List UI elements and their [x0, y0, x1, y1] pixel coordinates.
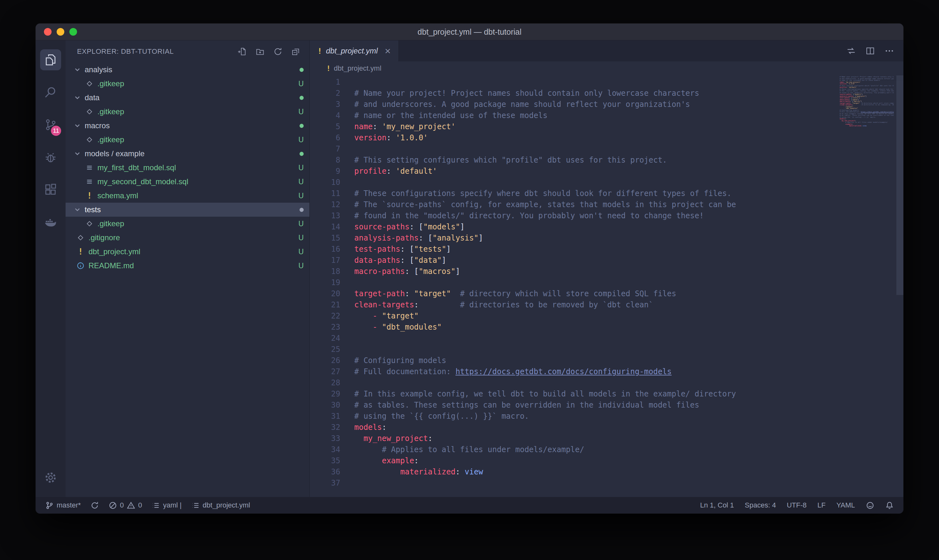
status-problems[interactable]: 00	[109, 501, 142, 510]
tree-file-gitignore[interactable]: .gitignoreU	[66, 231, 309, 245]
open-changes-button[interactable]	[846, 46, 856, 56]
vscode-window: dbt_project.yml — dbt-tutorial 11 EXPLOR…	[35, 23, 904, 514]
status-encoding[interactable]: UTF-8	[787, 501, 807, 509]
tree-item-decorations: U	[298, 80, 304, 88]
activity-extensions-button[interactable]	[35, 174, 66, 206]
line-number: 27	[310, 366, 340, 377]
tree-file-my-second-dbt-model-sql[interactable]: my_second_dbt_model.sqlU	[66, 175, 309, 189]
status-language-mode[interactable]: YAML	[836, 501, 855, 509]
tree-file-gitkeep[interactable]: .gitkeepU	[66, 105, 309, 119]
tree-file-gitkeep[interactable]: .gitkeepU	[66, 217, 309, 231]
tree-folder-macros[interactable]: macros	[66, 119, 309, 133]
git-untracked-badge: U	[298, 177, 304, 186]
activity-debug-button[interactable]	[35, 141, 66, 174]
tree-file-my-first-dbt-model-sql[interactable]: my_first_dbt_model.sqlU	[66, 161, 309, 175]
tree-file-dbt-project-yml[interactable]: !dbt_project.ymlU	[66, 245, 309, 259]
tree-file-readme-md[interactable]: README.mdU	[66, 259, 309, 273]
tree-file-gitkeep[interactable]: .gitkeepU	[66, 133, 309, 147]
explorer-header-label: EXPLORER: DBT-TUTORIAL	[77, 48, 174, 56]
code-link[interactable]: https://docs.getdbt.com/docs/configuring…	[456, 367, 672, 376]
breadcrumb-item-file[interactable]: dbt_project.yml	[334, 64, 381, 72]
code-line-7: 7	[310, 143, 904, 155]
sql-file-icon	[84, 177, 95, 186]
code-line-26: 26# Configuring models	[310, 355, 904, 366]
git-status-dot	[300, 208, 304, 212]
tree-folder-tests[interactable]: tests	[66, 203, 309, 217]
tree-file-schema-yml[interactable]: !schema.ymlU	[66, 189, 309, 203]
code-editor[interactable]: 12# Name your project! Project names sho…	[310, 75, 904, 497]
line-number: 9	[310, 166, 340, 177]
status-label: UTF-8	[787, 501, 807, 509]
tree-folder-models-example[interactable]: models / example	[66, 147, 309, 161]
line-number: 34	[310, 444, 340, 455]
tree-item-label: models / example	[85, 149, 145, 158]
more-button[interactable]	[884, 46, 894, 56]
line-number: 8	[310, 155, 340, 166]
status-yaml-status[interactable]: yaml |	[151, 501, 182, 510]
breadcrumb[interactable]: ! dbt_project.yml	[310, 62, 904, 75]
tree-item-decorations: U	[298, 108, 304, 116]
line-number: 15	[310, 232, 340, 244]
status-notifications[interactable]	[885, 501, 894, 510]
status-feedback[interactable]	[866, 501, 874, 510]
bell-icon	[885, 501, 894, 510]
minimize-window-button[interactable]	[57, 28, 64, 35]
yaml-file-icon: !	[326, 65, 331, 72]
tree-folder-analysis[interactable]: analysis	[66, 63, 309, 77]
split-editor-button[interactable]	[865, 46, 875, 56]
minimap[interactable]: # Name your project! Project names shoul…	[840, 76, 894, 127]
line-number: 28	[310, 377, 340, 389]
tab-dbt-project-yml[interactable]: ! dbt_project.yml ×	[310, 40, 399, 62]
activity-search-button[interactable]	[35, 76, 66, 109]
status-eol[interactable]: LF	[817, 501, 826, 509]
code-line-14: 14source-paths: ["models"]	[310, 222, 904, 232]
line-number: 1	[310, 77, 340, 88]
git-untracked-badge: U	[298, 163, 304, 172]
zoom-window-button[interactable]	[69, 28, 77, 35]
collapse-all-button[interactable]	[289, 45, 302, 58]
status-label: YAML	[836, 501, 855, 509]
line-content: models:	[354, 422, 386, 433]
status-git-branch[interactable]: master*	[45, 501, 81, 510]
extensions-icon	[40, 179, 61, 200]
new-file-button[interactable]	[236, 45, 249, 58]
close-window-button[interactable]	[44, 28, 52, 35]
line-number: 18	[310, 266, 340, 277]
status-file-outline[interactable]: dbt_project.yml	[191, 501, 250, 510]
activity-explorer-button[interactable]	[35, 44, 66, 76]
line-number: 24	[310, 333, 340, 344]
tree-item-label: analysis	[85, 65, 112, 74]
line-number: 25	[310, 344, 340, 355]
line-content: - "dbt_modules"	[354, 322, 442, 333]
status-sync[interactable]	[91, 501, 99, 510]
code-line-21: 21clean-targets: # directories to be rem…	[310, 299, 904, 311]
tree-folder-data[interactable]: data	[66, 91, 309, 105]
docker-icon	[40, 212, 61, 232]
new-folder-button[interactable]	[253, 45, 267, 58]
activity-source-control-button[interactable]: 11	[35, 109, 66, 141]
line-content: # as tables. These settings can be overr…	[354, 400, 699, 411]
status-cursor-position[interactable]: Ln 1, Col 1	[700, 501, 734, 509]
tree-item-decorations: U	[298, 248, 304, 256]
activity-bar: 11	[35, 40, 66, 497]
list-icon	[151, 501, 160, 510]
status-indentation[interactable]: Spaces: 4	[745, 501, 776, 509]
tab-close-button[interactable]: ×	[385, 46, 391, 56]
refresh-button[interactable]	[271, 45, 285, 58]
status-label: 0	[138, 501, 142, 509]
status-label: LF	[817, 501, 826, 509]
editor-scrollbar[interactable]	[896, 75, 904, 295]
code-line-34: 34 # Applies to all files under models/e…	[310, 444, 904, 455]
line-number: 12	[310, 199, 340, 210]
line-number: 29	[310, 389, 340, 400]
code-line-6: 6version: '1.0.0'	[310, 132, 904, 143]
tree-item-decorations: U	[298, 234, 304, 242]
tree-item-decorations: U	[298, 177, 304, 186]
activity-settings-button[interactable]	[35, 462, 66, 494]
sidebar-header: EXPLORER: DBT-TUTORIAL	[66, 40, 309, 63]
line-number: 37	[310, 478, 340, 489]
git-status-dot	[300, 96, 304, 100]
line-content: test-paths: ["tests"]	[354, 244, 451, 255]
tree-file-gitkeep[interactable]: .gitkeepU	[66, 77, 309, 91]
activity-docker-button[interactable]	[35, 206, 66, 238]
